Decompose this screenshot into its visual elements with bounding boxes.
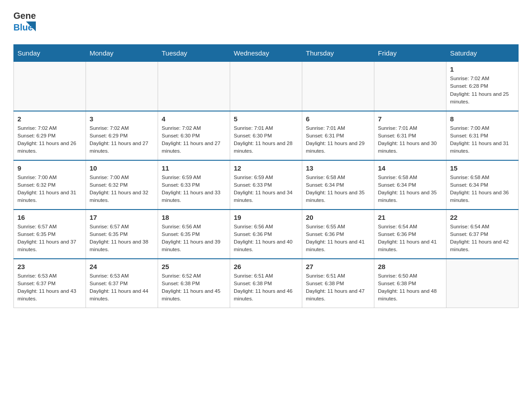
calendar-table: Sunday Monday Tuesday Wednesday Thursday… (13, 44, 519, 308)
calendar-header-row: Sunday Monday Tuesday Wednesday Thursday… (14, 45, 519, 62)
calendar-week-row: 23Sunrise: 6:53 AMSunset: 6:37 PMDayligh… (14, 259, 519, 308)
calendar-cell (14, 62, 86, 111)
calendar-week-row: 9Sunrise: 7:00 AMSunset: 6:32 PMDaylight… (14, 160, 519, 210)
day-number: 24 (90, 263, 154, 270)
day-number: 1 (450, 65, 515, 73)
day-info: Sunrise: 7:00 AMSunset: 6:32 PMDaylight:… (17, 174, 82, 205)
day-number: 10 (90, 164, 154, 172)
day-number: 8 (450, 115, 515, 123)
calendar-cell: 23Sunrise: 6:53 AMSunset: 6:37 PMDayligh… (14, 259, 86, 308)
calendar-week-row: 1Sunrise: 7:02 AMSunset: 6:28 PMDaylight… (14, 62, 519, 111)
day-number: 20 (306, 214, 370, 221)
header-sunday: Sunday (14, 45, 86, 62)
calendar-cell: 8Sunrise: 7:00 AMSunset: 6:31 PMDaylight… (446, 111, 519, 160)
day-number: 18 (162, 214, 226, 221)
calendar-cell (86, 62, 158, 111)
day-number: 26 (234, 263, 298, 270)
calendar-cell: 4Sunrise: 7:02 AMSunset: 6:30 PMDaylight… (158, 111, 230, 160)
day-info: Sunrise: 7:01 AMSunset: 6:30 PMDaylight:… (234, 124, 298, 155)
day-number: 5 (234, 115, 298, 123)
svg-text:General: General (13, 11, 36, 21)
logo: General Blue (13, 9, 36, 35)
header-tuesday: Tuesday (158, 45, 230, 62)
day-info: Sunrise: 6:53 AMSunset: 6:37 PMDaylight:… (17, 272, 82, 303)
day-number: 2 (17, 115, 82, 123)
calendar-cell: 25Sunrise: 6:52 AMSunset: 6:38 PMDayligh… (158, 259, 230, 308)
day-info: Sunrise: 7:01 AMSunset: 6:31 PMDaylight:… (306, 124, 370, 155)
calendar-cell (302, 62, 374, 111)
day-info: Sunrise: 7:02 AMSunset: 6:29 PMDaylight:… (90, 124, 154, 155)
day-info: Sunrise: 6:51 AMSunset: 6:38 PMDaylight:… (306, 272, 370, 303)
day-number: 14 (378, 164, 442, 172)
calendar-cell: 20Sunrise: 6:55 AMSunset: 6:36 PMDayligh… (302, 210, 374, 259)
logo-mark: General Blue (13, 9, 36, 35)
header-wednesday: Wednesday (230, 45, 302, 62)
header-monday: Monday (86, 45, 158, 62)
day-number: 15 (450, 164, 515, 172)
calendar-cell (158, 62, 230, 111)
calendar-cell: 2Sunrise: 7:02 AMSunset: 6:29 PMDaylight… (14, 111, 86, 160)
day-info: Sunrise: 7:02 AMSunset: 6:28 PMDaylight:… (450, 75, 515, 106)
header-thursday: Thursday (302, 45, 374, 62)
day-info: Sunrise: 7:01 AMSunset: 6:31 PMDaylight:… (378, 124, 442, 155)
day-number: 4 (162, 115, 226, 123)
calendar-cell: 27Sunrise: 6:51 AMSunset: 6:38 PMDayligh… (302, 259, 374, 308)
day-number: 23 (17, 263, 82, 270)
calendar-cell (446, 259, 519, 308)
calendar-cell: 5Sunrise: 7:01 AMSunset: 6:30 PMDaylight… (230, 111, 302, 160)
calendar-cell: 21Sunrise: 6:54 AMSunset: 6:36 PMDayligh… (374, 210, 446, 259)
calendar-cell: 26Sunrise: 6:51 AMSunset: 6:38 PMDayligh… (230, 259, 302, 308)
calendar-cell: 28Sunrise: 6:50 AMSunset: 6:38 PMDayligh… (374, 259, 446, 308)
day-number: 11 (162, 164, 226, 172)
day-info: Sunrise: 6:50 AMSunset: 6:38 PMDaylight:… (378, 272, 442, 303)
calendar-cell: 11Sunrise: 6:59 AMSunset: 6:33 PMDayligh… (158, 160, 230, 210)
day-number: 16 (17, 214, 82, 221)
calendar-week-row: 16Sunrise: 6:57 AMSunset: 6:35 PMDayligh… (14, 210, 519, 259)
day-info: Sunrise: 6:54 AMSunset: 6:37 PMDaylight:… (450, 223, 515, 254)
day-number: 27 (306, 263, 370, 270)
svg-text:Blue: Blue (13, 22, 33, 32)
day-info: Sunrise: 6:58 AMSunset: 6:34 PMDaylight:… (378, 174, 442, 205)
day-info: Sunrise: 7:00 AMSunset: 6:32 PMDaylight:… (90, 174, 154, 205)
calendar-cell: 16Sunrise: 6:57 AMSunset: 6:35 PMDayligh… (14, 210, 86, 259)
calendar-cell: 9Sunrise: 7:00 AMSunset: 6:32 PMDaylight… (14, 160, 86, 210)
calendar-cell: 3Sunrise: 7:02 AMSunset: 6:29 PMDaylight… (86, 111, 158, 160)
page-header: General Blue (13, 9, 519, 35)
calendar-week-row: 2Sunrise: 7:02 AMSunset: 6:29 PMDaylight… (14, 111, 519, 160)
day-info: Sunrise: 6:52 AMSunset: 6:38 PMDaylight:… (162, 272, 226, 303)
day-number: 3 (90, 115, 154, 123)
day-number: 28 (378, 263, 442, 270)
day-info: Sunrise: 6:56 AMSunset: 6:35 PMDaylight:… (162, 223, 226, 254)
header-friday: Friday (374, 45, 446, 62)
day-number: 13 (306, 164, 370, 172)
calendar-cell: 6Sunrise: 7:01 AMSunset: 6:31 PMDaylight… (302, 111, 374, 160)
day-info: Sunrise: 6:58 AMSunset: 6:34 PMDaylight:… (306, 174, 370, 205)
day-info: Sunrise: 6:59 AMSunset: 6:33 PMDaylight:… (234, 174, 298, 205)
day-number: 7 (378, 115, 442, 123)
calendar-cell: 19Sunrise: 6:56 AMSunset: 6:36 PMDayligh… (230, 210, 302, 259)
calendar-cell: 17Sunrise: 6:57 AMSunset: 6:35 PMDayligh… (86, 210, 158, 259)
day-number: 17 (90, 214, 154, 221)
calendar-cell: 24Sunrise: 6:53 AMSunset: 6:37 PMDayligh… (86, 259, 158, 308)
day-number: 6 (306, 115, 370, 123)
day-number: 12 (234, 164, 298, 172)
day-number: 19 (234, 214, 298, 221)
day-info: Sunrise: 7:02 AMSunset: 6:30 PMDaylight:… (162, 124, 226, 155)
calendar-cell: 1Sunrise: 7:02 AMSunset: 6:28 PMDaylight… (446, 62, 519, 111)
day-info: Sunrise: 7:02 AMSunset: 6:29 PMDaylight:… (17, 124, 82, 155)
day-info: Sunrise: 6:54 AMSunset: 6:36 PMDaylight:… (378, 223, 442, 254)
day-info: Sunrise: 6:57 AMSunset: 6:35 PMDaylight:… (90, 223, 154, 254)
day-info: Sunrise: 7:00 AMSunset: 6:31 PMDaylight:… (450, 124, 515, 155)
day-info: Sunrise: 6:51 AMSunset: 6:38 PMDaylight:… (234, 272, 298, 303)
calendar-cell: 10Sunrise: 7:00 AMSunset: 6:32 PMDayligh… (86, 160, 158, 210)
day-number: 22 (450, 214, 515, 221)
calendar-cell: 7Sunrise: 7:01 AMSunset: 6:31 PMDaylight… (374, 111, 446, 160)
day-number: 21 (378, 214, 442, 221)
calendar-cell: 14Sunrise: 6:58 AMSunset: 6:34 PMDayligh… (374, 160, 446, 210)
calendar-cell: 13Sunrise: 6:58 AMSunset: 6:34 PMDayligh… (302, 160, 374, 210)
day-info: Sunrise: 6:59 AMSunset: 6:33 PMDaylight:… (162, 174, 226, 205)
calendar-cell: 15Sunrise: 6:58 AMSunset: 6:34 PMDayligh… (446, 160, 519, 210)
day-number: 9 (17, 164, 82, 172)
day-info: Sunrise: 6:57 AMSunset: 6:35 PMDaylight:… (17, 223, 82, 254)
day-number: 25 (162, 263, 226, 270)
